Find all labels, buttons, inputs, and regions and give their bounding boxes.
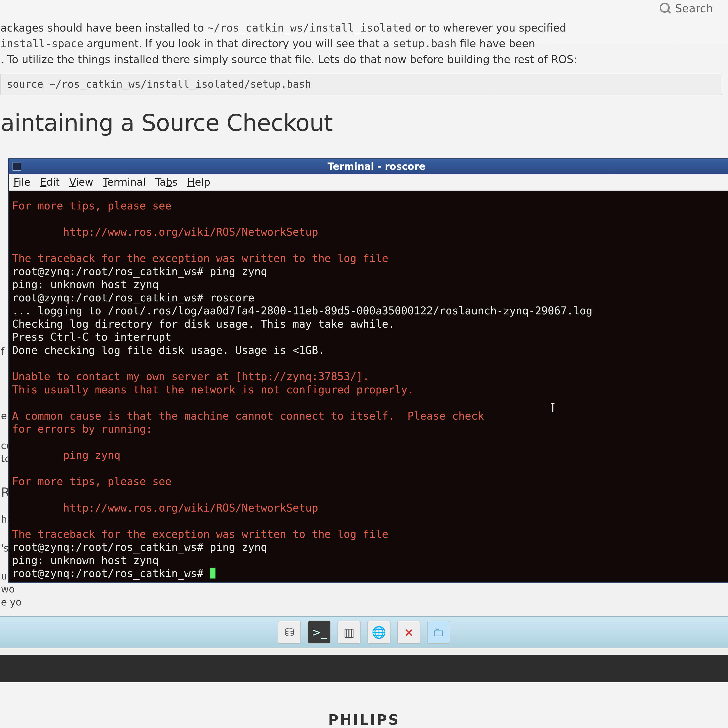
term-line: A common cause is that the machine canno… — [12, 410, 484, 422]
wiki-para-2: install-space argument. If you look in t… — [0, 36, 724, 50]
taskbar-folder-icon[interactable]: 🗀 — [427, 621, 450, 644]
taskbar-terminal-icon[interactable]: >_ — [307, 621, 331, 644]
menu-file[interactable]: File — [14, 176, 30, 188]
monitor-bezel: PHILIPS — [0, 682, 728, 728]
taskbar-disk-icon[interactable]: ⛁ — [278, 621, 301, 644]
bg-frag: e — [1, 409, 7, 422]
monitor-brand: PHILIPS — [328, 712, 400, 728]
wiki-para-1: ackages should have been installed to ~/… — [0, 21, 724, 35]
term-line: http://www.ros.org/wiki/ROS/NetworkSetup — [12, 502, 318, 514]
screen: Search ackages should have been installe… — [0, 0, 728, 693]
term-line: ping zynq — [12, 449, 120, 461]
search-placeholder: Search — [675, 1, 713, 16]
monitor-photo: Search ackages should have been installe… — [0, 0, 728, 728]
wiki-body: ackages should have been installed to ~/… — [0, 19, 728, 144]
term-line: Unable to contact my own server at [http… — [12, 370, 369, 382]
term-line: Press Ctrl-C to interrupt — [12, 331, 171, 343]
term-line: ping: unknown host zynq — [12, 554, 159, 566]
term-line: ping: unknown host zynq — [12, 278, 159, 291]
terminal-title: Terminal - roscore — [25, 161, 728, 172]
term-line: root@zynq:/root/ros_catkin_ws# ping zynq — [12, 541, 267, 553]
wiki-para-3: . To utilize the things installed there … — [0, 52, 724, 66]
term-line: ... logging to /root/.ros/log/aa0d7fa4-2… — [12, 304, 592, 317]
bg-frag: wo — [1, 583, 15, 596]
term-line: For more tips, please see — [12, 475, 171, 488]
terminal-cursor — [210, 568, 216, 578]
taskbar-browser-icon[interactable]: 🌐 — [367, 621, 390, 644]
term-line: This usually means that the network is n… — [12, 384, 414, 396]
taskbar: ⛁ >_ ▥ 🌐 × 🗀 — [0, 616, 728, 648]
menu-terminal[interactable]: Terminal — [103, 176, 146, 188]
menu-tabs[interactable]: Tabs — [155, 176, 177, 188]
bg-frag: e yo — [1, 596, 21, 609]
text-cursor-ibeam-icon: I — [550, 400, 555, 416]
term-line: The traceback for the exception was writ… — [12, 528, 388, 540]
term-line: Done checking log file disk usage. Usage… — [12, 344, 324, 356]
search-icon — [660, 3, 671, 14]
term-line: Checking log directory for disk usage. T… — [12, 318, 395, 330]
menu-edit[interactable]: Edit — [40, 176, 60, 188]
term-line: for errors by running: — [12, 423, 152, 435]
bg-frag: f — [1, 345, 5, 358]
wiki-search[interactable]: Search — [660, 1, 713, 16]
terminal-window[interactable]: Terminal - roscore File Edit View Termin… — [9, 159, 728, 582]
menu-help[interactable]: Help — [187, 176, 210, 188]
bg-frag: R — [1, 484, 10, 501]
term-line: The traceback for the exception was writ… — [12, 252, 388, 265]
term-line: root@zynq:/root/ros_catkin_ws# ping zynq — [12, 265, 267, 278]
taskbar-files-icon[interactable]: ▥ — [338, 621, 361, 644]
terminal-menubar: File Edit View Terminal Tabs Help — [9, 174, 728, 191]
terminal-titlebar[interactable]: Terminal - roscore — [9, 159, 728, 174]
wiki-codebox-1[interactable]: source ~/ros_catkin_ws/install_isolated/… — [0, 73, 722, 95]
term-line: For more tips, please see — [12, 200, 171, 212]
menu-view[interactable]: View — [69, 176, 93, 188]
term-line: http://www.ros.org/wiki/ROS/NetworkSetup — [12, 226, 318, 238]
term-prompt: root@zynq:/root/ros_catkin_ws# — [12, 567, 210, 580]
taskbar-close-icon[interactable]: × — [397, 621, 421, 644]
term-line: root@zynq:/root/ros_catkin_ws# roscore — [12, 292, 254, 304]
terminal-app-icon — [12, 162, 21, 171]
terminal-body[interactable]: For more tips, please see http://www.ros… — [9, 191, 728, 582]
wiki-heading: aintaining a Source Checkout — [0, 108, 724, 139]
